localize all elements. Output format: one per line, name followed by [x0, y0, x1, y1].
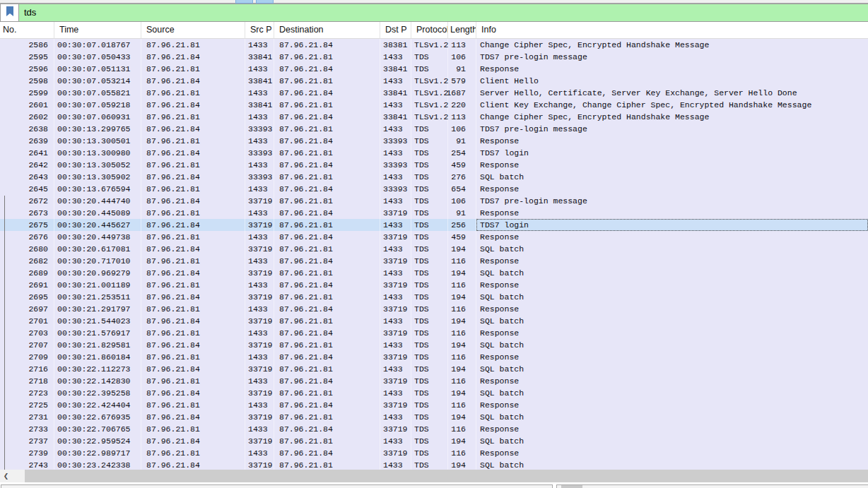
packet-row[interactable]: 263800:30:13.29976587.96.21.843339387.96… — [0, 123, 868, 135]
cell-dstp: 1433 — [380, 291, 411, 303]
bookmark-icon — [6, 6, 14, 20]
packet-row[interactable]: 268200:30:20.71701087.96.21.81143387.96.… — [0, 255, 868, 267]
cell-info: Response — [476, 255, 868, 267]
packet-row[interactable]: 271600:30:22.11227387.96.21.843371987.96… — [0, 363, 868, 375]
cell-srcp: 1433 — [245, 87, 274, 99]
packet-row[interactable]: 271800:30:22.14283087.96.21.81143387.96.… — [0, 375, 868, 387]
scrollbar-thumb[interactable] — [25, 470, 868, 482]
packet-row[interactable]: 270100:30:21.54402387.96.21.843371987.96… — [0, 315, 868, 327]
packet-row[interactable]: 259800:30:07.05321487.96.21.843384187.96… — [0, 75, 868, 87]
packet-row[interactable]: 259900:30:07.05582187.96.21.81143387.96.… — [0, 87, 868, 99]
cell-protocol: TLSv1.2 — [411, 111, 448, 123]
packet-row[interactable]: 268900:30:20.96927987.96.21.843371987.96… — [0, 267, 868, 279]
packet-row[interactable]: 264200:30:13.30505287.96.21.81143387.96.… — [0, 159, 868, 171]
filter-bookmark-button[interactable] — [0, 4, 19, 22]
packet-row[interactable]: 270900:30:21.86018487.96.21.81143387.96.… — [0, 351, 868, 363]
cell-destination: 87.96.21.84 — [274, 135, 380, 147]
cell-time: 00:30:21.253511 — [54, 291, 141, 303]
cell-dstp: 1433 — [380, 219, 411, 231]
column-header-length[interactable]: Length — [448, 22, 476, 38]
cell-destination: 87.96.21.84 — [274, 279, 380, 291]
packet-row[interactable]: 267500:30:20.44562787.96.21.843371987.96… — [0, 219, 868, 231]
horizontal-scrollbar[interactable]: ❮ — [0, 470, 868, 482]
cell-destination: 87.96.21.81 — [274, 75, 380, 87]
cell-no: 2695 — [0, 291, 54, 303]
packet-row[interactable]: 270700:30:21.82958187.96.21.843371987.96… — [0, 339, 868, 351]
packet-row[interactable]: 267600:30:20.44973887.96.21.81143387.96.… — [0, 231, 868, 243]
packet-row[interactable]: 272300:30:22.39525887.96.21.843371987.96… — [0, 387, 868, 399]
packet-row[interactable]: 264500:30:13.67659487.96.21.81143387.96.… — [0, 183, 868, 195]
packet-row[interactable]: 272500:30:22.42440487.96.21.81143387.96.… — [0, 399, 868, 411]
cell-dstp: 1433 — [380, 75, 411, 87]
packet-row[interactable]: 267200:30:20.44474087.96.21.843371987.96… — [0, 195, 868, 207]
display-filter-input[interactable]: tds — [19, 4, 868, 22]
packet-row[interactable]: 273100:30:22.67693587.96.21.843371987.96… — [0, 411, 868, 423]
cell-info: Response — [476, 231, 868, 243]
packet-row[interactable]: 273700:30:22.95952487.96.21.843371987.96… — [0, 435, 868, 447]
cell-destination: 87.96.21.81 — [274, 267, 380, 279]
cell-source: 87.96.21.81 — [141, 63, 245, 75]
cell-dstp: 1433 — [380, 171, 411, 183]
cell-info: Client Hello — [476, 75, 868, 87]
cell-time: 00:30:13.676594 — [54, 183, 141, 195]
cell-srcp: 33393 — [245, 147, 274, 159]
column-header-info[interactable]: Info — [476, 22, 868, 38]
cell-length: 116 — [448, 423, 476, 435]
packet-row[interactable]: 269500:30:21.25351187.96.21.843371987.96… — [0, 291, 868, 303]
column-header-no[interactable]: No. — [0, 22, 54, 38]
column-header-source[interactable]: Source — [141, 22, 245, 38]
cell-source: 87.96.21.81 — [141, 255, 245, 267]
cell-protocol: TLSv1.2 — [411, 75, 448, 87]
cell-no: 2643 — [0, 171, 54, 183]
column-header-time[interactable]: Time — [54, 22, 141, 38]
packet-row[interactable]: 268000:30:20.61708187.96.21.843371987.96… — [0, 243, 868, 255]
cell-time: 00:30:07.018767 — [54, 39, 141, 51]
cell-no: 2641 — [0, 147, 54, 159]
cell-no: 2689 — [0, 267, 54, 279]
packet-row[interactable]: 267300:30:20.44508987.96.21.81143387.96.… — [0, 207, 868, 219]
cell-dstp: 1433 — [380, 315, 411, 327]
packet-row[interactable]: 258600:30:07.01876787.96.21.81143387.96.… — [0, 39, 868, 51]
cell-destination: 87.96.21.84 — [274, 351, 380, 363]
packet-row[interactable]: 264300:30:13.30590287.96.21.843339387.96… — [0, 171, 868, 183]
cell-source: 87.96.21.84 — [141, 267, 245, 279]
packet-row[interactable]: 269100:30:21.00118987.96.21.81143387.96.… — [0, 279, 868, 291]
cell-dstp: 1433 — [380, 435, 411, 447]
cell-destination: 87.96.21.81 — [274, 435, 380, 447]
cell-source: 87.96.21.84 — [141, 147, 245, 159]
cell-no: 2733 — [0, 423, 54, 435]
details-pane-row-fragment — [556, 484, 868, 488]
column-header-protocol[interactable]: Protocol — [411, 22, 448, 38]
cell-protocol: TDS — [411, 435, 448, 447]
packet-row[interactable]: 273300:30:22.70676587.96.21.81143387.96.… — [0, 423, 868, 435]
cell-info: Response — [476, 183, 868, 195]
cell-info: Response — [476, 399, 868, 411]
packet-row[interactable]: 264100:30:13.30098087.96.21.843339387.96… — [0, 147, 868, 159]
cell-no: 2645 — [0, 183, 54, 195]
packet-list: 258600:30:07.01876787.96.21.81143387.96.… — [0, 39, 868, 488]
cell-destination: 87.96.21.81 — [274, 243, 380, 255]
cell-protocol: TDS — [411, 387, 448, 399]
cell-length: 91 — [448, 63, 476, 75]
packet-row[interactable]: 260200:30:07.06093187.96.21.81143387.96.… — [0, 111, 868, 123]
cell-time: 00:30:13.300980 — [54, 147, 141, 159]
cell-length: 116 — [448, 375, 476, 387]
column-header-srcp[interactable]: Src P — [245, 22, 274, 38]
packet-row[interactable]: 259500:30:07.05043387.96.21.843384187.96… — [0, 51, 868, 63]
column-header-dstp[interactable]: Dst P — [380, 22, 411, 38]
cell-length: 194 — [448, 315, 476, 327]
packet-row[interactable]: 273900:30:22.98971787.96.21.81143387.96.… — [0, 447, 868, 459]
cell-dstp: 33719 — [380, 231, 411, 243]
packet-row[interactable]: 269700:30:21.29179787.96.21.81143387.96.… — [0, 303, 868, 315]
cell-destination: 87.96.21.81 — [274, 171, 380, 183]
packet-row[interactable]: 270300:30:21.57691787.96.21.81143387.96.… — [0, 327, 868, 339]
column-header-destination[interactable]: Destination — [274, 22, 380, 38]
cell-protocol: TDS — [411, 339, 448, 351]
cell-protocol: TDS — [411, 231, 448, 243]
scroll-left-arrow[interactable]: ❮ — [0, 470, 12, 482]
cell-no: 2737 — [0, 435, 54, 447]
packet-row[interactable]: 263900:30:13.30050187.96.21.81143387.96.… — [0, 135, 868, 147]
packet-row[interactable]: 259600:30:07.05113187.96.21.81143387.96.… — [0, 63, 868, 75]
cell-info: Response — [476, 423, 868, 435]
packet-row[interactable]: 260100:30:07.05921887.96.21.843384187.96… — [0, 99, 868, 111]
